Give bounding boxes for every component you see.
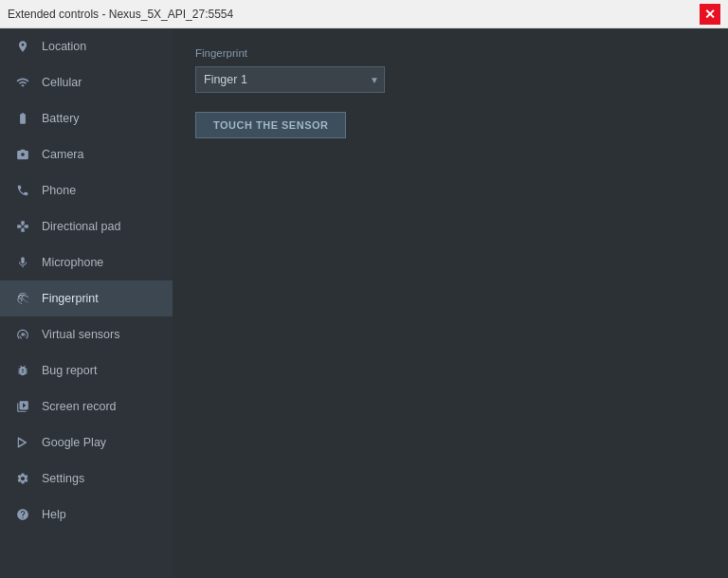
sidebar-item-label: Help xyxy=(42,508,66,521)
fingerprint-dropdown-row: Finger 1Finger 2Finger 3Finger 4Finger 5… xyxy=(195,66,705,93)
sidebar-item-phone[interactable]: Phone xyxy=(0,172,173,208)
sidebar-item-label: Google Play xyxy=(42,436,106,449)
sidebar-item-google-play[interactable]: Google Play xyxy=(0,424,173,461)
dpad-icon xyxy=(15,219,30,234)
location-icon xyxy=(15,39,30,54)
microphone-icon xyxy=(15,255,30,270)
sidebar-item-directional-pad[interactable]: Directional pad xyxy=(0,208,173,244)
sidebar-item-location[interactable]: Location xyxy=(0,28,173,64)
battery-icon xyxy=(15,111,30,126)
sidebar-item-label: Battery xyxy=(42,112,80,125)
sidebar-item-bug-report[interactable]: Bug report xyxy=(0,352,173,388)
sidebar-item-settings[interactable]: Settings xyxy=(0,461,173,497)
settings-icon xyxy=(15,471,30,486)
sidebar-item-virtual-sensors[interactable]: Virtual sensors xyxy=(0,316,173,352)
section-label: Fingerprint xyxy=(195,47,705,59)
cellular-icon xyxy=(15,75,30,90)
help-icon xyxy=(15,507,30,522)
sidebar-item-fingerprint[interactable]: Fingerprint xyxy=(0,280,173,316)
sidebar: LocationCellularBatteryCameraPhoneDirect… xyxy=(0,28,173,578)
sidebar-item-label: Virtual sensors xyxy=(42,328,119,341)
sidebar-item-label: Phone xyxy=(42,184,76,197)
sidebar-item-label: Fingerprint xyxy=(42,292,99,305)
fingerprint-select-wrapper: Finger 1Finger 2Finger 3Finger 4Finger 5… xyxy=(195,66,385,93)
camera-icon xyxy=(15,147,30,162)
sidebar-item-label: Microphone xyxy=(42,256,103,269)
sidebar-item-label: Cellular xyxy=(42,76,82,89)
title-bar: Extended controls - Nexus_5X_API_27:5554… xyxy=(0,0,728,28)
phone-icon xyxy=(15,183,30,198)
sidebar-item-label: Bug report xyxy=(42,364,97,377)
sidebar-item-help[interactable]: Help xyxy=(0,497,173,533)
main-layout: LocationCellularBatteryCameraPhoneDirect… xyxy=(0,28,728,578)
fingerprint-select[interactable]: Finger 1Finger 2Finger 3Finger 4Finger 5 xyxy=(195,66,385,93)
sidebar-item-label: Location xyxy=(42,40,86,53)
fingerprint-icon xyxy=(15,291,30,306)
sidebar-item-label: Directional pad xyxy=(42,220,120,233)
sidebar-item-label: Camera xyxy=(42,148,83,161)
sidebar-item-microphone[interactable]: Microphone xyxy=(0,244,173,280)
sidebar-item-battery[interactable]: Battery xyxy=(0,100,173,136)
sidebar-item-cellular[interactable]: Cellular xyxy=(0,64,173,100)
content-area: Fingerprint Finger 1Finger 2Finger 3Fing… xyxy=(173,28,728,578)
sidebar-item-label: Settings xyxy=(42,472,84,485)
sidebar-item-label: Screen record xyxy=(42,400,117,413)
sidebar-item-screen-record[interactable]: Screen record xyxy=(0,388,173,424)
bug-icon xyxy=(15,363,30,378)
title-bar-text: Extended controls - Nexus_5X_API_27:5554 xyxy=(8,8,233,21)
sidebar-item-camera[interactable]: Camera xyxy=(0,136,173,172)
touch-sensor-button[interactable]: TOUCH THE SENSOR xyxy=(195,112,346,138)
sensors-icon xyxy=(15,327,30,342)
screenrecord-icon xyxy=(15,399,30,414)
googleplay-icon xyxy=(15,435,30,450)
close-button[interactable]: ✕ xyxy=(700,4,720,25)
